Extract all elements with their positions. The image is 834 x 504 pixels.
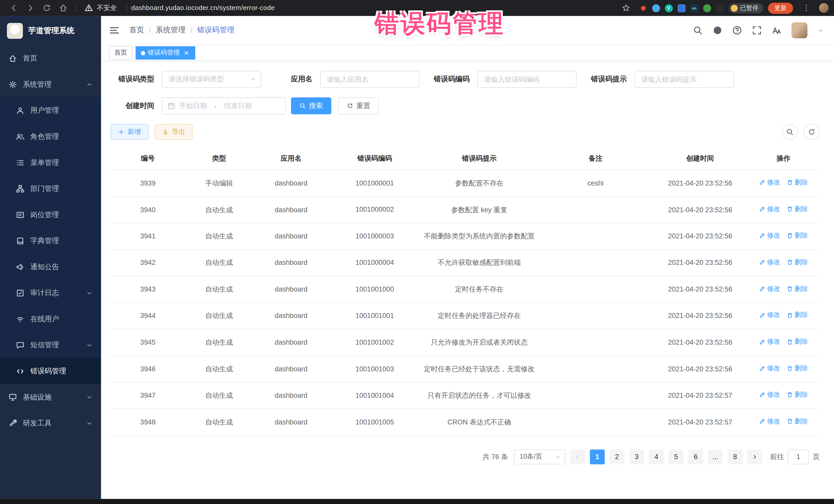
- back-icon[interactable]: [9, 3, 18, 12]
- extension-bars-icon[interactable]: [678, 4, 685, 12]
- edit-link[interactable]: 修改: [759, 416, 781, 426]
- edit-link[interactable]: 修改: [759, 364, 781, 373]
- toggle-search-button[interactable]: [782, 124, 798, 140]
- address-url[interactable]: dashboard.yudao.iocoder.cn/system/error-…: [131, 4, 613, 12]
- error-hint-input[interactable]: [634, 71, 734, 88]
- pagination-page[interactable]: 2: [610, 450, 624, 464]
- pagination-page[interactable]: 4: [649, 450, 664, 464]
- delete-link[interactable]: 删除: [787, 364, 808, 373]
- view-tab[interactable]: 首页: [109, 46, 132, 60]
- sidebar-item[interactable]: 首页: [0, 45, 101, 71]
- pagination-ellipsis[interactable]: ...: [708, 450, 723, 464]
- chrome-profile-avatar[interactable]: [819, 3, 829, 13]
- pagination-page[interactable]: 5: [668, 450, 683, 464]
- breadcrumb-item[interactable]: 错误码管理: [197, 25, 235, 35]
- sidebar-item[interactable]: 用户管理: [0, 97, 101, 124]
- cell-time: 2021-04-20 23:52:57: [653, 382, 747, 409]
- log-icon: [16, 288, 24, 297]
- edit-link[interactable]: 修改: [759, 337, 781, 347]
- delete-link[interactable]: 删除: [787, 416, 808, 426]
- edit-link[interactable]: 修改: [759, 310, 781, 320]
- pagination-page[interactable]: 6: [688, 450, 703, 464]
- pagination-page[interactable]: 1: [590, 450, 605, 464]
- delete-link[interactable]: 删除: [787, 178, 808, 188]
- paused-badge[interactable]: 已暂停: [728, 3, 764, 13]
- user-avatar[interactable]: [791, 22, 807, 38]
- delete-link[interactable]: 删除: [787, 284, 808, 294]
- edit-link[interactable]: 修改: [759, 204, 781, 214]
- kebab-menu-icon[interactable]: [802, 3, 811, 12]
- fullscreen-icon[interactable]: [752, 25, 762, 35]
- sidebar-item[interactable]: 短信管理: [0, 332, 101, 358]
- sidebar-item[interactable]: 部门管理: [0, 176, 101, 202]
- search-button[interactable]: 搜索: [291, 97, 332, 114]
- sidebar-item[interactable]: 岗位管理: [0, 202, 101, 228]
- app-name-input[interactable]: [320, 71, 420, 88]
- sidebar-logo-row[interactable]: 芋道管理系统: [0, 16, 101, 45]
- refresh-table-button[interactable]: [804, 124, 820, 140]
- cell-actions: 修改删除: [747, 382, 820, 409]
- extension-drop-icon[interactable]: [652, 4, 660, 12]
- forward-icon[interactable]: [25, 3, 35, 12]
- search-icon[interactable]: [693, 25, 703, 35]
- font-size-icon[interactable]: [772, 25, 781, 35]
- cell-code: 1001000004: [329, 249, 420, 276]
- collapse-menu-icon[interactable]: [109, 25, 119, 36]
- pagination-page[interactable]: 8: [727, 450, 742, 464]
- edit-link[interactable]: 修改: [759, 178, 781, 188]
- sidebar-item[interactable]: 错误码管理: [0, 358, 101, 384]
- delete-link[interactable]: 删除: [787, 204, 808, 214]
- sidebar-item[interactable]: 角色管理: [0, 124, 101, 150]
- create-time-range-picker[interactable]: 开始日期 - 结束日期: [162, 97, 286, 114]
- security-label[interactable]: 不安全: [97, 3, 117, 12]
- sidebar-item[interactable]: 基础设施: [0, 384, 101, 410]
- add-button[interactable]: 新增: [111, 124, 148, 140]
- chevron-down-icon[interactable]: [817, 27, 824, 34]
- extension-on-icon[interactable]: on: [690, 4, 698, 12]
- page-size-select[interactable]: 10条/页: [514, 450, 565, 464]
- bookmark-star-icon[interactable]: [621, 3, 631, 12]
- delete-link[interactable]: 删除: [787, 231, 808, 241]
- sidebar-item[interactable]: 研发工具: [0, 410, 101, 436]
- extension-check-icon[interactable]: V: [665, 4, 673, 12]
- reload-icon[interactable]: [42, 3, 51, 12]
- sidebar-item[interactable]: 系统管理: [0, 71, 101, 97]
- edit-link[interactable]: 修改: [759, 257, 781, 267]
- extension-fork-icon[interactable]: [716, 4, 724, 12]
- close-icon[interactable]: [183, 49, 190, 57]
- pagination-page[interactable]: 3: [629, 450, 644, 464]
- browser-home-icon[interactable]: [59, 3, 67, 12]
- help-icon[interactable]: [732, 25, 742, 35]
- sidebar-item[interactable]: 菜单管理: [0, 149, 101, 176]
- delete-link[interactable]: 删除: [787, 337, 808, 347]
- trash-icon: [787, 233, 793, 239]
- error-code-input[interactable]: [477, 71, 577, 88]
- browser-update-button[interactable]: 更新: [768, 2, 793, 14]
- sidebar-item[interactable]: 字典管理: [0, 227, 101, 254]
- extension-record-icon[interactable]: [639, 4, 647, 12]
- edit-link[interactable]: 修改: [759, 390, 781, 400]
- breadcrumb-item[interactable]: 首页: [129, 25, 144, 35]
- pagination-prev-button[interactable]: [570, 450, 585, 464]
- security-warning-icon[interactable]: [84, 3, 93, 12]
- edit-link[interactable]: 修改: [759, 231, 781, 241]
- sidebar-item[interactable]: 在线用户: [0, 306, 101, 332]
- pagination-next-button[interactable]: [747, 450, 762, 464]
- goto-page-input[interactable]: [788, 450, 809, 464]
- edit-link[interactable]: 修改: [759, 284, 781, 294]
- error-type-select[interactable]: 请选择错误码类型: [162, 71, 261, 88]
- delete-link[interactable]: 删除: [787, 310, 808, 320]
- delete-link[interactable]: 删除: [787, 257, 808, 267]
- delete-link[interactable]: 删除: [787, 390, 808, 400]
- sidebar-item[interactable]: 审计日志: [0, 280, 101, 306]
- filter-hint-label: 错误码提示: [591, 74, 627, 84]
- github-icon[interactable]: [712, 25, 722, 35]
- breadcrumb-item[interactable]: 系统管理: [156, 25, 185, 35]
- export-button[interactable]: 导出: [155, 124, 193, 140]
- view-tab[interactable]: 错误码管理: [136, 46, 195, 60]
- extension-green-icon[interactable]: [703, 4, 711, 12]
- reset-button[interactable]: 重置: [338, 97, 379, 114]
- cell-actions: 修改删除: [747, 276, 820, 303]
- sidebar-item[interactable]: 通知公告: [0, 254, 101, 280]
- app-frame: 芋道管理系统 首页系统管理用户管理角色管理菜单管理部门管理岗位管理字典管理通知公…: [0, 16, 834, 499]
